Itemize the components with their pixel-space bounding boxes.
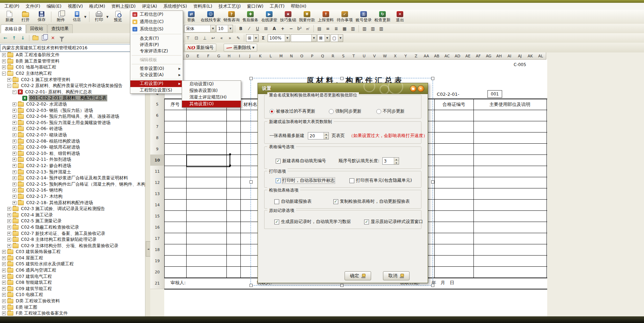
expand-icon[interactable] [2,275,6,279]
radio-icon[interactable] [329,109,334,114]
draw-cell-icon[interactable]: ✎ [234,34,242,42]
expand-icon[interactable] [7,78,11,82]
column-header-U[interactable]: U [359,52,370,60]
tree-item[interactable]: A类 工程准备阶段文件 [0,52,145,58]
expand-icon[interactable] [13,109,16,113]
row-header-8[interactable]: 8 [150,132,165,144]
chevron-down-icon[interactable]: ▼ [106,15,108,19]
row-header-10[interactable]: 10 [150,155,165,166]
expand-icon[interactable] [7,213,11,217]
menu-item-编辑模板[interactable]: 编辑模板 [130,57,183,63]
row-top-icon[interactable]: ⊤ [184,34,192,42]
menu-item-评语库(P)[interactable]: 评语库(P) [130,42,183,48]
menu-文件(F)[interactable]: 文件(F) [22,3,43,10]
column-header-Q[interactable]: Q [317,52,328,60]
row-header-14[interactable]: 14 [150,199,165,211]
font-select[interactable]: 宋体▼ [184,25,216,33]
expand-icon[interactable] [2,268,6,272]
cell-handle[interactable] [229,153,231,155]
expand-icon[interactable] [7,219,11,223]
insert-column-icon[interactable]: ▥ [361,25,368,33]
row-middle-icon[interactable]: ⊡ [193,34,200,42]
tree-item[interactable]: C02-2-06- 砖进场 [0,126,145,132]
expand-icon[interactable] [13,139,16,143]
menu-item-专家评语库(Z)[interactable]: 专家评语库(Z) [130,48,183,54]
submenu-item-混凝土评定规范(H)[interactable]: 混凝土评定规范(H) [182,94,241,101]
expand-icon[interactable] [2,262,6,266]
row-header-6[interactable]: 6 [150,110,165,121]
tree-item[interactable]: C02-2-09- 砌筑用石材进场 [0,144,145,151]
selection-handle[interactable] [340,77,343,80]
上报资料-button[interactable]: ↑上报资料 [317,10,335,23]
column-header-O[interactable]: O [297,52,307,60]
expand-icon[interactable] [13,133,16,137]
menu-帮助(H)[interactable]: 帮助(H) [288,3,309,10]
row-header-13[interactable]: 13 [150,188,165,200]
menu-编辑(E)[interactable]: 编辑(E) [43,3,65,10]
row-header-9[interactable]: 9 [150,143,165,155]
menu-item-系统信息(S)[interactable]: ◎系统信息(S) [130,26,183,33]
column-header-AB[interactable]: AB [432,52,442,60]
待办事项-button[interactable]: ✓待办事项 [335,10,354,23]
column-header-F[interactable]: F [203,52,214,60]
menu-工具(T)[interactable]: 工具(T) [267,3,288,10]
技巧集锦-button[interactable]: ★技巧集锦 [279,10,298,23]
chevron-down-icon[interactable]: ▼ [228,25,233,32]
column-header-H[interactable]: H [224,52,235,60]
selection-handle[interactable] [249,77,253,80]
expand-icon[interactable] [2,306,6,309]
tree-item[interactable]: C02-8 主体结构工程质量缺陷处理记录 [0,237,145,243]
minimize-icon[interactable] [410,85,417,92]
chevron-down-icon[interactable]: ▼ [338,35,343,42]
checkbox-icon[interactable] [349,178,354,183]
chevron-down-icon[interactable]: ▼ [311,35,316,42]
menu-item-工程设置(P)[interactable]: 工程设置(P)▶ [130,80,183,87]
menu-窗口(W)[interactable]: 窗口(W) [244,3,267,10]
tree-item[interactable]: C02-2-04- 预应力筋用锚具、夹具、连接器进场 [0,114,145,120]
column-width-icon[interactable]: ▥ [377,25,385,33]
tree-item[interactable]: C02-2-11- 外加剂进场 [0,157,145,163]
tree-item[interactable]: C03 建筑装饰装修工程 [0,249,145,255]
tree-item[interactable]: C01 地基与基础工程 [0,64,145,71]
ok-button[interactable]: 确定 [345,271,371,280]
expand-icon[interactable] [13,121,16,125]
预览-button[interactable]: 预览 [110,10,126,23]
column-header-I[interactable]: I [234,52,245,60]
column-header-AA[interactable]: AA [421,52,432,60]
spin-up-icon[interactable]: ▲ [324,132,328,136]
退出-button[interactable]: ✕退出 [392,10,408,23]
tree-item[interactable]: C02-2-02- 水泥进场 [0,101,145,108]
column-header-X[interactable]: X [390,52,401,60]
expand-icon[interactable] [13,170,16,174]
row-header-21[interactable]: 21 [150,278,165,289]
tab-查找结果[interactable]: 查找结果 [48,24,73,33]
tree-item[interactable]: C02-2-08- 植筋结构胶进场 [0,138,145,144]
collapse-icon[interactable] [13,90,16,94]
row-header-5[interactable]: 5 [150,99,165,110]
expand-icon[interactable] [2,299,6,303]
spin-down-icon[interactable]: ▼ [324,136,328,139]
column-header-AH[interactable]: AH [494,52,505,60]
保存-button[interactable]: 保存 [34,10,50,23]
expand-icon[interactable] [7,232,11,236]
row-header-17[interactable]: 17 [150,233,165,244]
collapse-sidebar-button[interactable]: ◄ [146,241,151,257]
renumber-button[interactable]: NO 重新编号 [184,44,216,52]
tree-item[interactable]: B类 施工质量管理资料 [0,58,145,65]
打印-button[interactable]: 打印▼ [91,10,110,23]
draw-strikethrough-button[interactable]: 画删除线 ▼ [224,44,257,52]
chevron-down-icon[interactable]: ▼ [285,35,290,42]
tree-item[interactable]: C02-2-14- 预拌砂浆进厂合格证及相关质量证明材料 [0,175,145,181]
column-header-AK[interactable]: AK [525,52,536,60]
spinner-input[interactable]: 20▲▼ [308,132,329,139]
tree-item[interactable]: C02-2-03- 钢筋（预应力筋）进场 [0,107,145,114]
up-arrow-icon[interactable]: ↑ [10,34,18,42]
tree-item[interactable]: C02-3 施工试验、调试记录及见证检测报告 [0,206,145,212]
tree-item[interactable]: C06 通风与空调工程 [0,267,145,274]
row-header-19[interactable]: 19 [150,255,165,267]
checkbox-checked-icon[interactable]: ✓ [276,178,281,183]
chevron-down-icon[interactable]: ▼ [253,35,258,42]
tree-item[interactable]: XC02-2-01- 原材料、构配件汇总表 [0,89,145,95]
column-header-K[interactable]: K [255,52,266,60]
tree-item[interactable]: C02-2-16- 钢结构 [0,187,145,194]
